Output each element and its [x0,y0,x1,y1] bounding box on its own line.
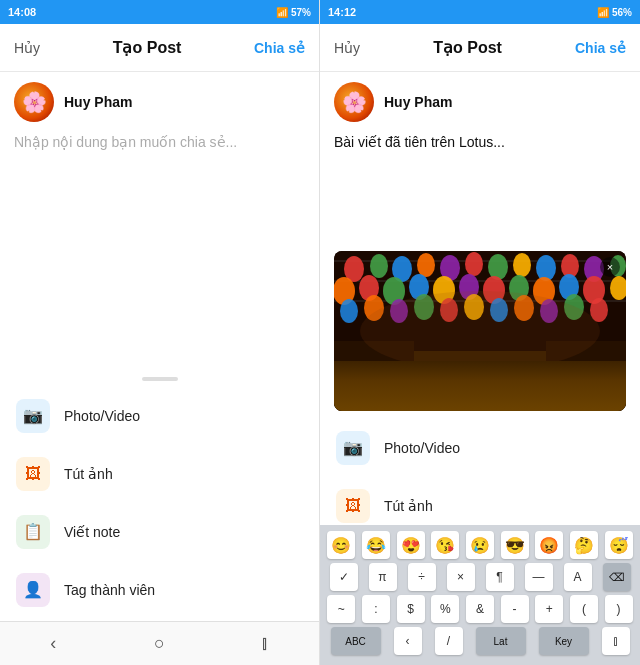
right-top-nav: Hủy Tạo Post Chia sẻ [320,24,640,72]
right-tut-anh-icon: 🖼 [336,489,370,523]
key-back[interactable]: ‹ [394,627,422,655]
left-bottom-nav: ‹ ○ ⫿ [0,621,319,665]
left-back-button[interactable]: ‹ [28,626,78,662]
right-content-area[interactable]: Bài viết đã tiên trên Lotus... [320,128,640,243]
emoji-kiss[interactable]: 😘 [431,531,459,559]
right-menu-tut-anh[interactable]: 🖼 Tút ảnh [320,477,640,526]
key-divide[interactable]: ÷ [408,563,436,591]
left-menu-list: 📷 Photo/Video 🖼 Tút ảnh 📋 Viết note 👤 Ta… [0,387,319,622]
right-keyboard: 😊 😂 😍 😘 😢 😎 😡 🤔 😴 ✓ π ÷ × ¶ — A ⌫ ~ : $ … [320,525,640,665]
left-sheet-handle [0,371,319,387]
left-tag-icon: 👤 [16,573,50,607]
right-panel: 14:12 📶 56% Hủy Tạo Post Chia sẻ Huy Pha… [320,0,640,665]
key-dollar[interactable]: $ [397,595,425,623]
emoji-cry[interactable]: 😢 [466,531,494,559]
left-cancel-button[interactable]: Hủy [14,40,40,56]
svg-point-5 [370,254,388,278]
key-backspace[interactable]: ⌫ [603,563,631,591]
left-content-area[interactable]: Nhập nội dung bạn muốn chia sẻ... [0,128,319,371]
key-colon[interactable]: : [362,595,390,623]
left-user-name: Huy Pham [64,94,132,110]
key-pi[interactable]: π [369,563,397,591]
key-rparen[interactable]: ) [605,595,633,623]
svg-point-12 [536,255,556,281]
left-home-button[interactable]: ○ [134,626,184,662]
key-tilde[interactable]: ~ [327,595,355,623]
left-menu-item-tut-anh[interactable]: 🖼 Tút ảnh [0,445,319,503]
emoji-smile[interactable]: 😊 [327,531,355,559]
svg-point-7 [417,253,435,277]
left-menu-item-viet-note[interactable]: 📋 Viết note [0,503,319,561]
left-avatar [14,82,54,122]
svg-rect-40 [434,361,526,411]
left-panel: 14:08 📶 57% Hủy Tạo Post Chia sẻ Huy Pha… [0,0,320,665]
key-minus[interactable]: - [501,595,529,623]
key-lat[interactable]: Lat [476,627,526,655]
left-share-button[interactable]: Chia sẻ [254,40,305,56]
left-menu-item-photo-video[interactable]: 📷 Photo/Video [0,387,319,445]
left-handle-bar [142,377,178,381]
key-ampersand[interactable]: & [466,595,494,623]
right-bottom-symbol-row: ~ : $ % & - + ( ) [324,595,636,623]
right-lantern-image [334,251,626,411]
left-time: 14:08 [8,6,36,18]
right-emoji-row: 😊 😂 😍 😘 😢 😎 😡 🤔 😴 [324,531,636,559]
key-percent[interactable]: % [431,595,459,623]
left-photo-video-label: Photo/Video [64,408,140,424]
right-keyboard-nav: ABC ‹ / Lat Key ⫿ [324,627,636,655]
key-em-dash[interactable]: — [525,563,553,591]
right-time: 14:12 [328,6,356,18]
left-tag-label: Tag thành viên [64,582,155,598]
svg-point-43 [360,291,600,371]
left-recents-button[interactable]: ⫿ [241,626,291,662]
key-multiply[interactable]: × [447,563,475,591]
key-keyboard-switch[interactable]: Key [539,627,589,655]
key-a[interactable]: A [564,563,592,591]
right-partial-menu: 📷 Photo/Video 🖼 Tút ảnh 👤 Tag thành viên… [320,419,640,526]
key-plus[interactable]: + [535,595,563,623]
left-tut-anh-label: Tút ảnh [64,466,113,482]
svg-point-11 [513,253,531,277]
right-image-preview: × [334,251,626,411]
left-menu-item-tag[interactable]: 👤 Tag thành viên [0,561,319,619]
emoji-think[interactable]: 🤔 [570,531,598,559]
emoji-cool[interactable]: 😎 [501,531,529,559]
left-status-bar: 14:08 📶 57% [0,0,319,24]
right-page-title: Tạo Post [433,38,502,57]
right-photo-video-icon: 📷 [336,431,370,465]
left-status-icons: 📶 57% [276,7,311,18]
right-status-bar: 14:12 📶 56% [320,0,640,24]
key-checkmark[interactable]: ✓ [330,563,358,591]
left-user-row: Huy Pham [0,72,319,128]
left-top-nav: Hủy Tạo Post Chia sẻ [0,24,319,72]
emoji-laugh[interactable]: 😂 [362,531,390,559]
left-tut-anh-icon: 🖼 [16,457,50,491]
emoji-heart-eyes[interactable]: 😍 [397,531,425,559]
left-page-title: Tạo Post [113,38,182,57]
emoji-sleep[interactable]: 😴 [605,531,633,559]
right-user-row: Huy Pham [320,72,640,128]
right-tut-anh-label: Tút ảnh [384,498,433,514]
right-post-text: Bài viết đã tiên trên Lotus... [334,134,505,150]
right-share-button[interactable]: Chia sẻ [575,40,626,56]
right-image-close-button[interactable]: × [600,257,620,277]
right-symbol-row: ✓ π ÷ × ¶ — A ⌫ [324,563,636,591]
right-menu-photo-video[interactable]: 📷 Photo/Video [320,419,640,477]
right-avatar [334,82,374,122]
key-abc[interactable]: ABC [331,627,381,655]
left-viet-note-icon: 📋 [16,515,50,549]
right-photo-video-label: Photo/Video [384,440,460,456]
key-slash[interactable]: / [435,627,463,655]
right-lantern-svg [334,251,626,411]
left-photo-video-icon: 📷 [16,399,50,433]
right-status-icons: 📶 56% [597,7,632,18]
svg-point-10 [488,254,508,280]
key-recents[interactable]: ⫿ [602,627,630,655]
right-cancel-button[interactable]: Hủy [334,40,360,56]
key-lparen[interactable]: ( [570,595,598,623]
right-user-name: Huy Pham [384,94,452,110]
emoji-angry[interactable]: 😡 [535,531,563,559]
key-pilcrow[interactable]: ¶ [486,563,514,591]
left-placeholder: Nhập nội dung bạn muốn chia sẻ... [14,134,237,150]
left-viet-note-label: Viết note [64,524,120,540]
